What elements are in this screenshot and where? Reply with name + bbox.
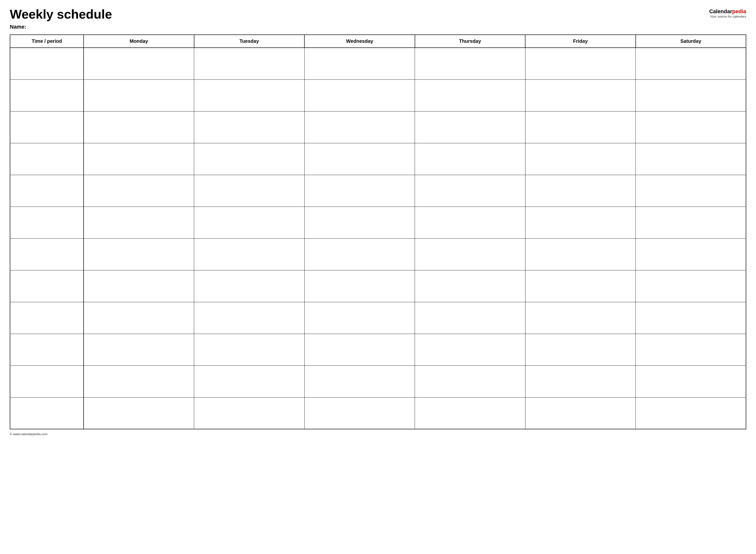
table-row bbox=[10, 175, 746, 207]
day-cell[interactable] bbox=[525, 143, 636, 175]
day-cell[interactable] bbox=[305, 79, 415, 111]
day-cell[interactable] bbox=[636, 79, 746, 111]
day-cell[interactable] bbox=[305, 48, 415, 79]
day-cell[interactable] bbox=[84, 48, 194, 79]
day-cell[interactable] bbox=[194, 111, 305, 143]
time-cell[interactable] bbox=[10, 175, 84, 207]
day-cell[interactable] bbox=[84, 397, 194, 429]
day-cell[interactable] bbox=[636, 111, 746, 143]
day-cell[interactable] bbox=[415, 175, 526, 207]
day-cell[interactable] bbox=[194, 175, 305, 207]
day-cell[interactable] bbox=[84, 238, 194, 270]
day-cell[interactable] bbox=[636, 366, 746, 397]
logo-pedia: pedia bbox=[732, 8, 746, 14]
day-cell[interactable] bbox=[84, 207, 194, 238]
day-cell[interactable] bbox=[415, 366, 526, 397]
name-label: Name: bbox=[10, 24, 26, 30]
day-cell[interactable] bbox=[305, 143, 415, 175]
day-cell[interactable] bbox=[305, 207, 415, 238]
day-cell[interactable] bbox=[194, 366, 305, 397]
time-cell[interactable] bbox=[10, 270, 84, 302]
day-cell[interactable] bbox=[84, 366, 194, 397]
time-cell[interactable] bbox=[10, 366, 84, 397]
day-cell[interactable] bbox=[415, 111, 526, 143]
day-cell[interactable] bbox=[194, 397, 305, 429]
day-cell[interactable] bbox=[84, 175, 194, 207]
day-cell[interactable] bbox=[194, 302, 305, 334]
day-cell[interactable] bbox=[415, 238, 526, 270]
day-cell[interactable] bbox=[636, 397, 746, 429]
time-cell[interactable] bbox=[10, 143, 84, 175]
day-cell[interactable] bbox=[305, 366, 415, 397]
day-cell[interactable] bbox=[84, 111, 194, 143]
day-cell[interactable] bbox=[525, 270, 636, 302]
col-header-thursday: Thursday bbox=[415, 35, 526, 48]
day-cell[interactable] bbox=[525, 397, 636, 429]
day-cell[interactable] bbox=[415, 334, 526, 366]
table-row bbox=[10, 302, 746, 334]
table-row bbox=[10, 334, 746, 366]
time-cell[interactable] bbox=[10, 238, 84, 270]
day-cell[interactable] bbox=[194, 238, 305, 270]
col-header-monday: Monday bbox=[84, 35, 194, 48]
day-cell[interactable] bbox=[636, 302, 746, 334]
day-cell[interactable] bbox=[194, 48, 305, 79]
day-cell[interactable] bbox=[84, 334, 194, 366]
time-cell[interactable] bbox=[10, 334, 84, 366]
day-cell[interactable] bbox=[305, 238, 415, 270]
day-cell[interactable] bbox=[525, 48, 636, 79]
day-cell[interactable] bbox=[305, 334, 415, 366]
day-cell[interactable] bbox=[415, 397, 526, 429]
page-title: Weekly schedule bbox=[10, 7, 112, 21]
day-cell[interactable] bbox=[415, 270, 526, 302]
day-cell[interactable] bbox=[305, 302, 415, 334]
logo: Calendarpedia Your source for calendars bbox=[709, 8, 746, 18]
day-cell[interactable] bbox=[194, 270, 305, 302]
day-cell[interactable] bbox=[194, 207, 305, 238]
day-cell[interactable] bbox=[415, 302, 526, 334]
time-cell[interactable] bbox=[10, 302, 84, 334]
day-cell[interactable] bbox=[194, 143, 305, 175]
time-cell[interactable] bbox=[10, 207, 84, 238]
table-row bbox=[10, 79, 746, 111]
day-cell[interactable] bbox=[415, 79, 526, 111]
day-cell[interactable] bbox=[636, 238, 746, 270]
day-cell[interactable] bbox=[194, 334, 305, 366]
time-cell[interactable] bbox=[10, 397, 84, 429]
day-cell[interactable] bbox=[525, 366, 636, 397]
day-cell[interactable] bbox=[636, 334, 746, 366]
weekly-schedule-table: Time / period Monday Tuesday Wednesday T… bbox=[10, 35, 746, 429]
logo-calendar: Calendar bbox=[709, 8, 732, 14]
day-cell[interactable] bbox=[194, 79, 305, 111]
day-cell[interactable] bbox=[636, 270, 746, 302]
day-cell[interactable] bbox=[636, 48, 746, 79]
day-cell[interactable] bbox=[305, 270, 415, 302]
col-header-friday: Friday bbox=[525, 35, 636, 48]
table-row bbox=[10, 48, 746, 79]
day-cell[interactable] bbox=[415, 143, 526, 175]
day-cell[interactable] bbox=[84, 143, 194, 175]
time-cell[interactable] bbox=[10, 79, 84, 111]
day-cell[interactable] bbox=[84, 270, 194, 302]
day-cell[interactable] bbox=[525, 79, 636, 111]
time-cell[interactable] bbox=[10, 48, 84, 79]
day-cell[interactable] bbox=[84, 302, 194, 334]
day-cell[interactable] bbox=[636, 207, 746, 238]
day-cell[interactable] bbox=[525, 302, 636, 334]
day-cell[interactable] bbox=[415, 207, 526, 238]
day-cell[interactable] bbox=[84, 79, 194, 111]
day-cell[interactable] bbox=[525, 334, 636, 366]
col-header-time: Time / period bbox=[10, 35, 84, 48]
day-cell[interactable] bbox=[525, 175, 636, 207]
day-cell[interactable] bbox=[415, 48, 526, 79]
day-cell[interactable] bbox=[305, 175, 415, 207]
day-cell[interactable] bbox=[525, 238, 636, 270]
col-header-saturday: Saturday bbox=[636, 35, 746, 48]
day-cell[interactable] bbox=[305, 111, 415, 143]
time-cell[interactable] bbox=[10, 111, 84, 143]
day-cell[interactable] bbox=[305, 397, 415, 429]
day-cell[interactable] bbox=[525, 111, 636, 143]
day-cell[interactable] bbox=[636, 143, 746, 175]
day-cell[interactable] bbox=[525, 207, 636, 238]
day-cell[interactable] bbox=[636, 175, 746, 207]
